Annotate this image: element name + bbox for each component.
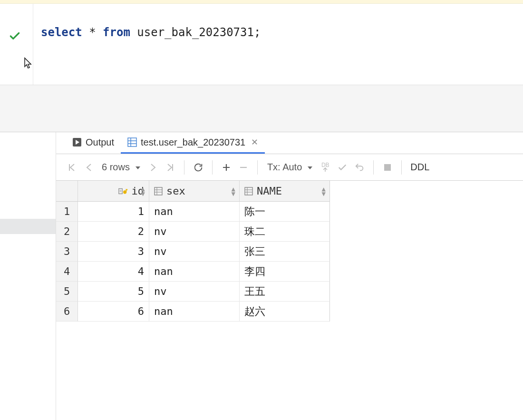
tab-result-table[interactable]: test.user_bak_20230731 ✕ <box>121 132 265 154</box>
column-name-label: NAME <box>257 185 282 197</box>
row-number[interactable]: 6 <box>56 302 78 322</box>
column-sex-label: sex <box>166 185 185 197</box>
add-row-button[interactable] <box>219 159 233 176</box>
table-icon <box>127 137 137 147</box>
cell-name[interactable]: 陈一 <box>240 202 330 222</box>
row-number[interactable]: 2 <box>56 222 78 242</box>
cell-name[interactable]: 张三 <box>240 242 330 262</box>
column-header-name[interactable]: NAME ▲▼ <box>240 181 330 202</box>
stop-button[interactable] <box>380 159 395 176</box>
row-number[interactable]: 5 <box>56 282 78 302</box>
tx-mode-dropdown[interactable]: Tx: Auto <box>264 162 315 173</box>
sort-icon[interactable]: ▲▼ <box>232 186 235 196</box>
cell-sex[interactable]: nan <box>149 262 240 282</box>
cell-sex[interactable]: nv <box>149 242 240 262</box>
column-header-id[interactable]: id ▲▼ <box>78 181 149 202</box>
prev-page-button[interactable] <box>82 159 96 176</box>
sql-keyword-from: from <box>103 26 130 39</box>
cell-name[interactable]: 赵六 <box>240 302 330 322</box>
sort-icon[interactable]: ▲▼ <box>322 186 326 196</box>
results-toolbar: 6 rows <box>56 154 523 181</box>
tx-mode-label: Tx: Auto <box>267 162 302 173</box>
results-tabbar: Output test.user_bak_20230731 ✕ <box>56 132 523 154</box>
sort-icon[interactable]: ▲▼ <box>141 186 145 196</box>
ddl-button[interactable]: DDL <box>408 159 431 176</box>
row-number-header <box>56 181 78 202</box>
svg-rect-12 <box>155 187 162 195</box>
column-header-sex[interactable]: sex ▲▼ <box>149 181 240 202</box>
toolbar-separator <box>184 160 184 175</box>
last-page-button[interactable] <box>163 159 177 176</box>
column-icon <box>244 187 253 195</box>
results-left-gutter <box>0 132 56 420</box>
cell-id[interactable]: 1 <box>78 202 149 222</box>
db-upload-button[interactable]: DB <box>318 159 332 176</box>
svg-rect-11 <box>126 189 127 190</box>
row-number[interactable]: 3 <box>56 242 78 262</box>
left-gutter-highlight <box>0 219 56 234</box>
next-page-button[interactable] <box>146 159 160 176</box>
commit-button[interactable] <box>335 159 349 176</box>
cell-name[interactable]: 王五 <box>240 282 330 302</box>
cell-sex[interactable]: nv <box>149 222 240 242</box>
row-number[interactable]: 1 <box>56 202 78 222</box>
ddl-label: DDL <box>410 162 429 173</box>
sql-identifier: user_bak_20230731; <box>130 26 261 39</box>
run-icon <box>72 137 82 147</box>
editor-separator-band <box>0 85 523 132</box>
remove-row-button[interactable] <box>236 159 251 176</box>
row-number[interactable]: 4 <box>56 262 78 282</box>
editor-gutter <box>0 4 33 85</box>
primary-key-icon <box>118 187 128 195</box>
toolbar-separator <box>373 160 374 175</box>
toolbar-separator <box>212 160 213 175</box>
svg-rect-16 <box>245 187 252 195</box>
toolbar-separator <box>257 160 258 175</box>
editor-highlight-strip <box>0 0 523 4</box>
column-icon <box>154 187 163 195</box>
sql-keyword-select: select <box>41 26 82 39</box>
svg-rect-5 <box>384 164 391 171</box>
cursor-icon <box>23 57 33 72</box>
cell-sex[interactable]: nv <box>149 282 240 302</box>
first-page-button[interactable] <box>65 159 79 176</box>
cell-name[interactable]: 李四 <box>240 262 330 282</box>
rollback-button[interactable] <box>352 159 367 176</box>
row-count-dropdown[interactable]: 6 rows <box>99 162 143 173</box>
tab-output-label: Output <box>86 137 114 148</box>
tab-output[interactable]: Output <box>66 132 121 154</box>
svg-rect-1 <box>128 138 136 147</box>
close-icon[interactable]: ✕ <box>249 137 258 147</box>
refresh-button[interactable] <box>191 159 205 176</box>
toolbar-separator <box>401 160 402 175</box>
db-label: DB <box>321 163 329 167</box>
cell-name[interactable]: 珠二 <box>240 222 330 242</box>
svg-rect-10 <box>126 189 126 191</box>
svg-rect-6 <box>118 188 122 194</box>
data-grid[interactable]: id ▲▼ sex ▲▼ NAME ▲▼ <box>56 181 523 322</box>
chevron-down-icon <box>133 162 140 173</box>
cell-id[interactable]: 3 <box>78 242 149 262</box>
sql-editor[interactable]: select * from user_bak_20230731; <box>0 4 523 85</box>
cell-sex[interactable]: nan <box>149 302 240 322</box>
cell-id[interactable]: 6 <box>78 302 149 322</box>
checkmark-icon <box>9 30 21 44</box>
row-count-label: 6 rows <box>102 162 130 173</box>
cell-id[interactable]: 5 <box>78 282 149 302</box>
cell-id[interactable]: 2 <box>78 222 149 242</box>
chevron-down-icon <box>305 162 312 173</box>
tab-result-label: test.user_bak_20230731 <box>141 137 245 148</box>
sql-code[interactable]: select * from user_bak_20230731; <box>33 4 261 85</box>
cell-id[interactable]: 4 <box>78 262 149 282</box>
cell-sex[interactable]: nan <box>149 202 240 222</box>
